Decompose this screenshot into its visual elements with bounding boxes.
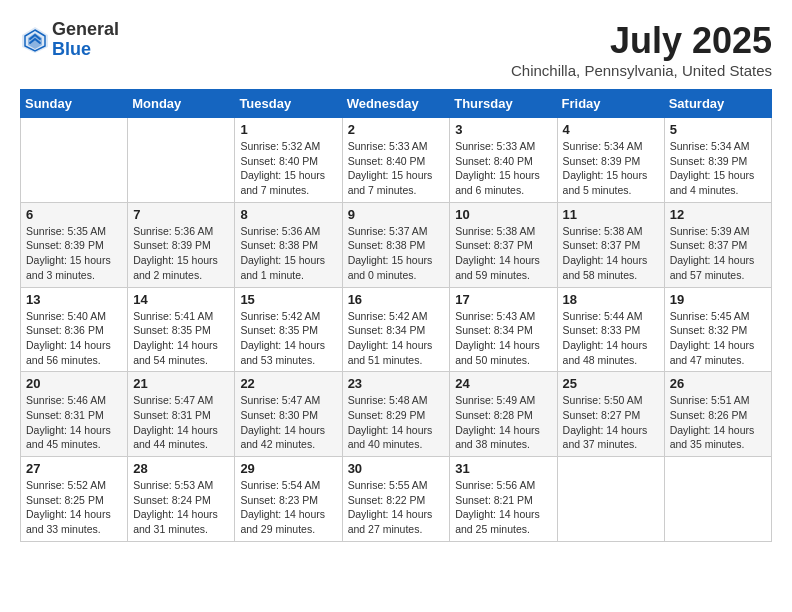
weekday-header-tuesday: Tuesday xyxy=(235,90,342,118)
day-number: 15 xyxy=(240,292,336,307)
day-number: 26 xyxy=(670,376,766,391)
weekday-header-saturday: Saturday xyxy=(664,90,771,118)
calendar-cell: 7Sunrise: 5:36 AM Sunset: 8:39 PM Daylig… xyxy=(128,202,235,287)
day-number: 29 xyxy=(240,461,336,476)
day-number: 24 xyxy=(455,376,551,391)
day-number: 25 xyxy=(563,376,659,391)
month-title: July 2025 xyxy=(511,20,772,62)
weekday-header-sunday: Sunday xyxy=(21,90,128,118)
day-info: Sunrise: 5:35 AM Sunset: 8:39 PM Dayligh… xyxy=(26,224,122,283)
calendar-week-4: 20Sunrise: 5:46 AM Sunset: 8:31 PM Dayli… xyxy=(21,372,772,457)
logo-icon xyxy=(20,25,50,55)
day-number: 10 xyxy=(455,207,551,222)
day-info: Sunrise: 5:49 AM Sunset: 8:28 PM Dayligh… xyxy=(455,393,551,452)
calendar-cell: 5Sunrise: 5:34 AM Sunset: 8:39 PM Daylig… xyxy=(664,118,771,203)
day-info: Sunrise: 5:36 AM Sunset: 8:38 PM Dayligh… xyxy=(240,224,336,283)
calendar-cell: 21Sunrise: 5:47 AM Sunset: 8:31 PM Dayli… xyxy=(128,372,235,457)
day-number: 1 xyxy=(240,122,336,137)
day-info: Sunrise: 5:51 AM Sunset: 8:26 PM Dayligh… xyxy=(670,393,766,452)
day-info: Sunrise: 5:33 AM Sunset: 8:40 PM Dayligh… xyxy=(455,139,551,198)
day-info: Sunrise: 5:53 AM Sunset: 8:24 PM Dayligh… xyxy=(133,478,229,537)
day-info: Sunrise: 5:55 AM Sunset: 8:22 PM Dayligh… xyxy=(348,478,445,537)
calendar-cell: 28Sunrise: 5:53 AM Sunset: 8:24 PM Dayli… xyxy=(128,457,235,542)
calendar-table: SundayMondayTuesdayWednesdayThursdayFrid… xyxy=(20,89,772,542)
calendar-cell: 22Sunrise: 5:47 AM Sunset: 8:30 PM Dayli… xyxy=(235,372,342,457)
day-number: 23 xyxy=(348,376,445,391)
weekday-header-friday: Friday xyxy=(557,90,664,118)
day-number: 17 xyxy=(455,292,551,307)
day-number: 21 xyxy=(133,376,229,391)
day-number: 2 xyxy=(348,122,445,137)
day-number: 31 xyxy=(455,461,551,476)
day-info: Sunrise: 5:47 AM Sunset: 8:30 PM Dayligh… xyxy=(240,393,336,452)
day-info: Sunrise: 5:47 AM Sunset: 8:31 PM Dayligh… xyxy=(133,393,229,452)
calendar-cell: 23Sunrise: 5:48 AM Sunset: 8:29 PM Dayli… xyxy=(342,372,450,457)
day-info: Sunrise: 5:54 AM Sunset: 8:23 PM Dayligh… xyxy=(240,478,336,537)
calendar-cell: 17Sunrise: 5:43 AM Sunset: 8:34 PM Dayli… xyxy=(450,287,557,372)
day-info: Sunrise: 5:42 AM Sunset: 8:35 PM Dayligh… xyxy=(240,309,336,368)
calendar-cell: 13Sunrise: 5:40 AM Sunset: 8:36 PM Dayli… xyxy=(21,287,128,372)
day-number: 13 xyxy=(26,292,122,307)
day-info: Sunrise: 5:52 AM Sunset: 8:25 PM Dayligh… xyxy=(26,478,122,537)
day-info: Sunrise: 5:42 AM Sunset: 8:34 PM Dayligh… xyxy=(348,309,445,368)
day-number: 22 xyxy=(240,376,336,391)
calendar-cell xyxy=(128,118,235,203)
day-number: 4 xyxy=(563,122,659,137)
calendar-cell: 19Sunrise: 5:45 AM Sunset: 8:32 PM Dayli… xyxy=(664,287,771,372)
calendar-cell: 2Sunrise: 5:33 AM Sunset: 8:40 PM Daylig… xyxy=(342,118,450,203)
weekday-header-row: SundayMondayTuesdayWednesdayThursdayFrid… xyxy=(21,90,772,118)
day-info: Sunrise: 5:56 AM Sunset: 8:21 PM Dayligh… xyxy=(455,478,551,537)
calendar-cell: 10Sunrise: 5:38 AM Sunset: 8:37 PM Dayli… xyxy=(450,202,557,287)
day-info: Sunrise: 5:37 AM Sunset: 8:38 PM Dayligh… xyxy=(348,224,445,283)
day-info: Sunrise: 5:38 AM Sunset: 8:37 PM Dayligh… xyxy=(455,224,551,283)
calendar-week-1: 1Sunrise: 5:32 AM Sunset: 8:40 PM Daylig… xyxy=(21,118,772,203)
calendar-cell xyxy=(21,118,128,203)
calendar-cell: 15Sunrise: 5:42 AM Sunset: 8:35 PM Dayli… xyxy=(235,287,342,372)
day-number: 19 xyxy=(670,292,766,307)
weekday-header-wednesday: Wednesday xyxy=(342,90,450,118)
calendar-cell: 6Sunrise: 5:35 AM Sunset: 8:39 PM Daylig… xyxy=(21,202,128,287)
calendar-cell: 16Sunrise: 5:42 AM Sunset: 8:34 PM Dayli… xyxy=(342,287,450,372)
day-info: Sunrise: 5:34 AM Sunset: 8:39 PM Dayligh… xyxy=(670,139,766,198)
calendar-cell: 26Sunrise: 5:51 AM Sunset: 8:26 PM Dayli… xyxy=(664,372,771,457)
day-info: Sunrise: 5:50 AM Sunset: 8:27 PM Dayligh… xyxy=(563,393,659,452)
day-number: 30 xyxy=(348,461,445,476)
weekday-header-monday: Monday xyxy=(128,90,235,118)
calendar-cell xyxy=(664,457,771,542)
day-number: 28 xyxy=(133,461,229,476)
day-info: Sunrise: 5:46 AM Sunset: 8:31 PM Dayligh… xyxy=(26,393,122,452)
day-number: 20 xyxy=(26,376,122,391)
calendar-cell: 14Sunrise: 5:41 AM Sunset: 8:35 PM Dayli… xyxy=(128,287,235,372)
day-number: 9 xyxy=(348,207,445,222)
day-info: Sunrise: 5:40 AM Sunset: 8:36 PM Dayligh… xyxy=(26,309,122,368)
day-number: 6 xyxy=(26,207,122,222)
day-number: 5 xyxy=(670,122,766,137)
calendar-cell: 31Sunrise: 5:56 AM Sunset: 8:21 PM Dayli… xyxy=(450,457,557,542)
day-number: 3 xyxy=(455,122,551,137)
calendar-week-3: 13Sunrise: 5:40 AM Sunset: 8:36 PM Dayli… xyxy=(21,287,772,372)
calendar-week-5: 27Sunrise: 5:52 AM Sunset: 8:25 PM Dayli… xyxy=(21,457,772,542)
day-number: 14 xyxy=(133,292,229,307)
day-info: Sunrise: 5:32 AM Sunset: 8:40 PM Dayligh… xyxy=(240,139,336,198)
day-info: Sunrise: 5:34 AM Sunset: 8:39 PM Dayligh… xyxy=(563,139,659,198)
day-info: Sunrise: 5:36 AM Sunset: 8:39 PM Dayligh… xyxy=(133,224,229,283)
logo-general-text: General xyxy=(52,20,119,40)
page-header: General Blue July 2025 Chinchilla, Penns… xyxy=(20,20,772,79)
day-info: Sunrise: 5:43 AM Sunset: 8:34 PM Dayligh… xyxy=(455,309,551,368)
calendar-cell: 27Sunrise: 5:52 AM Sunset: 8:25 PM Dayli… xyxy=(21,457,128,542)
day-number: 18 xyxy=(563,292,659,307)
calendar-cell: 4Sunrise: 5:34 AM Sunset: 8:39 PM Daylig… xyxy=(557,118,664,203)
calendar-cell: 24Sunrise: 5:49 AM Sunset: 8:28 PM Dayli… xyxy=(450,372,557,457)
title-area: July 2025 Chinchilla, Pennsylvania, Unit… xyxy=(511,20,772,79)
day-number: 16 xyxy=(348,292,445,307)
day-info: Sunrise: 5:38 AM Sunset: 8:37 PM Dayligh… xyxy=(563,224,659,283)
calendar-cell: 3Sunrise: 5:33 AM Sunset: 8:40 PM Daylig… xyxy=(450,118,557,203)
day-info: Sunrise: 5:41 AM Sunset: 8:35 PM Dayligh… xyxy=(133,309,229,368)
calendar-cell: 8Sunrise: 5:36 AM Sunset: 8:38 PM Daylig… xyxy=(235,202,342,287)
weekday-header-thursday: Thursday xyxy=(450,90,557,118)
calendar-cell: 9Sunrise: 5:37 AM Sunset: 8:38 PM Daylig… xyxy=(342,202,450,287)
logo-text: General Blue xyxy=(52,20,119,60)
day-number: 11 xyxy=(563,207,659,222)
calendar-cell: 20Sunrise: 5:46 AM Sunset: 8:31 PM Dayli… xyxy=(21,372,128,457)
day-number: 27 xyxy=(26,461,122,476)
